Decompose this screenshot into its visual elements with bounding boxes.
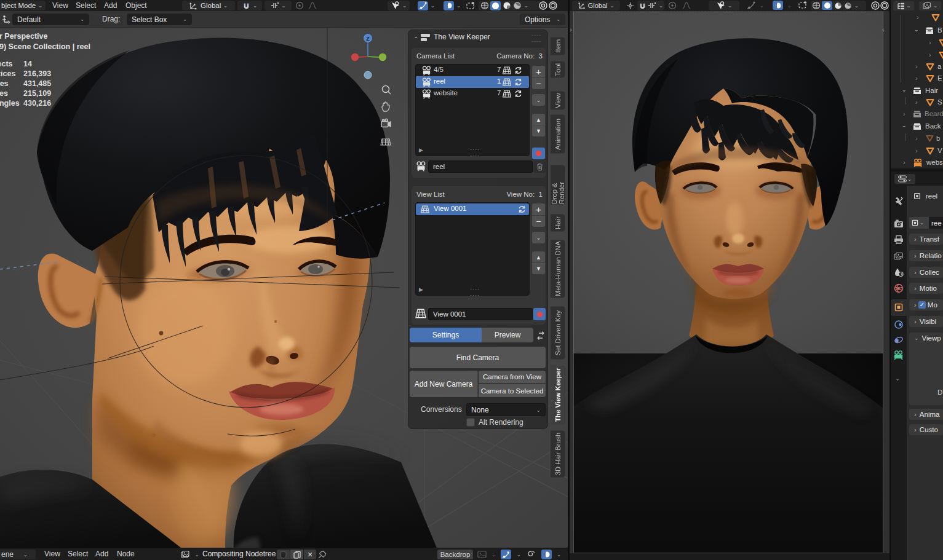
svg-text:Z: Z (366, 36, 370, 42)
